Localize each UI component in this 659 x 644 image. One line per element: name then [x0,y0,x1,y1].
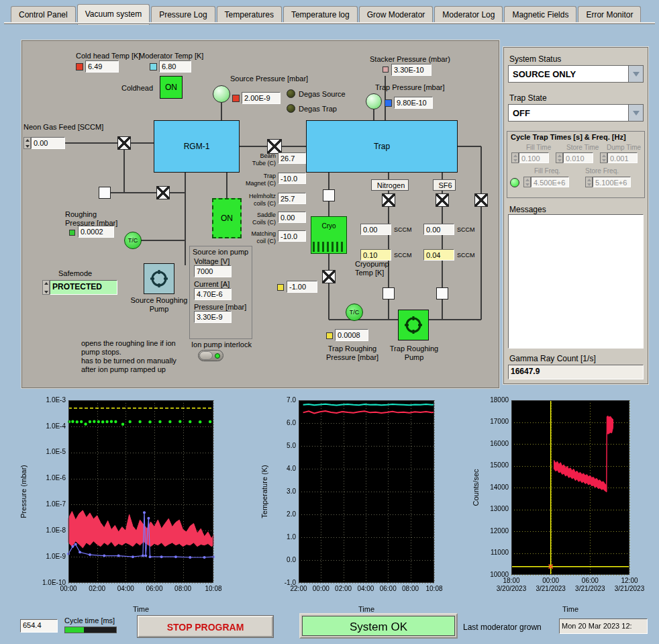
spinner-arrows-icon[interactable] [42,280,50,295]
status-panel: System Status SOURCE ONLY Trap State OFF… [503,47,648,384]
sf6-setpoint-input[interactable]: 0.04 [423,249,454,261]
ion-pump-pressure-value: 3.30E-9 [194,311,232,323]
fill-freq-value[interactable]: 4.500E+6 [531,177,569,187]
fill-time-label: Fill Time [526,144,551,152]
messages-label: Messages [509,205,546,214]
sf6-flow-value: 0.00 [423,224,454,235]
cycle-time-bar [64,627,117,633]
safemode-control[interactable]: PROTECTED [42,280,117,295]
neon-feed-spinner[interactable]: 0.00 [23,137,65,149]
counts-chart [470,394,652,615]
gamma-count-label: Gamma Ray Count [1/s] [509,354,596,363]
tab-bar: Control Panel Vacuum system Pressure Log… [0,4,659,24]
ion-pump-on-button[interactable]: ON [212,198,242,238]
degas-trap-led[interactable] [287,104,295,113]
trap-state-value[interactable]: OFF [509,105,628,121]
cycle-led [510,178,519,187]
matching-coil-label: Matching coil (C) [238,230,276,244]
system-ok-indicator: System OK [302,616,455,636]
dump-time-value[interactable]: 0.001 [607,152,638,163]
dropdown-arrow-icon[interactable] [628,66,643,82]
neon-feed-label: Neon Gas Feed [SCCM] [23,123,103,132]
roughing-pressure-indicator [69,230,75,236]
trap-roughing-pressure-label: Trap Roughing Pressure [mbar] [315,344,390,362]
sf6-valve[interactable] [436,193,449,207]
system-status-frame: System OK [299,613,458,639]
nitrogen-flow-value: 0.00 [360,224,391,235]
system-status-dropdown[interactable]: SOURCE ONLY [508,65,644,83]
tab-moderator-log[interactable]: Moderator Log [434,6,503,24]
safemode-value[interactable]: PROTECTED [50,280,117,295]
temperature-chart [258,394,454,615]
rgm1-roughing-valve[interactable] [156,186,170,199]
nitrogen-valve[interactable] [382,193,395,207]
store-freq-spinner[interactable]: 5.100E+6 [585,177,631,187]
tab-pressure-log[interactable]: Pressure Log [151,6,215,24]
nitrogen-flow-unit: SCCM [394,226,412,234]
tab-error-monitor[interactable]: Error Monitor [578,6,641,24]
cryo-fins-icon [313,242,345,252]
trap-roughing-pressure-value: 0.0008 [335,329,368,341]
beamline-valve[interactable] [267,139,282,154]
last-moderator-value: Mon 20 Mar 2023 12: [559,618,648,634]
trap-roughing-pump-label: Trap Roughing Pump [383,344,445,362]
spinner-arrows-icon[interactable] [511,152,519,163]
store-time-label: Store Time [566,144,599,152]
trap-magnet-value: -10.0 [278,173,306,184]
nitrogen-roughing-valve[interactable] [383,287,395,300]
tab-grow-moderator[interactable]: Grow Moderator [359,6,434,24]
tab-temperature-log[interactable]: Temperature log [283,6,358,24]
neon-valve[interactable] [117,136,131,150]
source-pressure-led [213,85,230,103]
store-freq-value[interactable]: 5.100E+6 [593,177,631,187]
ion-pump-current-value: 4.70E-6 [194,288,232,300]
cycle-trap-group: Cycle Trap Times [s] & Freq. [Hz] Fill T… [507,131,645,198]
cold-head-temp-label: Cold head Temp [K] [76,52,140,60]
trap-roughing-indicator [326,332,333,339]
cryo-inlet-valve[interactable] [323,189,335,201]
fill-time-value[interactable]: 0.100 [519,152,549,163]
safemode-label: Safemode [58,269,92,278]
spinner-arrows-icon[interactable] [600,152,607,163]
source-pressure-value: 2.00E-9 [242,92,281,104]
fill-time-spinner[interactable]: 0.100 [511,152,549,163]
trap-state-dropdown[interactable]: OFF [508,104,644,122]
gamma-count-value: 16647.9 [508,365,644,379]
trap-state-label: Trap State [509,93,547,103]
fill-freq-spinner[interactable]: 4.500E+6 [523,177,569,187]
trap-pressure-led [366,93,382,109]
dropdown-arrow-icon[interactable] [628,105,643,121]
system-status-value[interactable]: SOURCE ONLY [509,66,628,82]
neon-feed-value[interactable]: 0.00 [31,137,65,149]
sf6-roughing-valve[interactable] [436,287,448,300]
nitrogen-setpoint-input[interactable]: 0.10 [360,249,391,261]
degas-source-led[interactable] [287,89,295,98]
tab-magnetic-fields[interactable]: Magnetic Fields [504,6,576,24]
store-time-spinner[interactable]: 0.010 [556,152,593,163]
roughing-line-valve[interactable] [99,187,111,199]
spinner-arrows-icon[interactable] [23,137,31,149]
coldhead-on-button[interactable]: ON [160,76,183,99]
pressure-chart [17,394,240,615]
tab-control-panel[interactable]: Control Panel [11,6,76,24]
store-time-value[interactable]: 0.010 [563,152,593,163]
tab-temperatures[interactable]: Temperatures [217,6,282,24]
stop-program-button[interactable]: STOP PROGRAM [138,616,273,637]
fill-freq-label: Fill Freq. [534,167,560,175]
stacker-indicator [383,66,389,73]
coldhead-label: Coldhead [121,84,153,93]
cryopump-temp-indicator [277,284,284,291]
degas-source-label: Degas Source [299,90,346,99]
spinner-arrows-icon[interactable] [585,177,593,187]
vacuum-schematic-panel: Cold head Temp [K] 6.49 Moderator Temp [… [21,40,499,388]
spinner-arrows-icon[interactable] [556,152,563,163]
spinner-arrows-icon[interactable] [523,177,531,187]
dump-time-spinner[interactable]: 0.001 [600,152,638,163]
helmholtz-label: Helmholtz coils (C) [238,193,276,207]
messages-box [508,214,644,349]
cycle-time-value: 654.4 [20,619,58,633]
source-roughing-pump-label: Source Roughing Pump [120,296,198,314]
trap-outlet-valve[interactable] [474,193,488,207]
cryo-roughing-valve[interactable] [322,270,336,283]
pump-icon [403,315,423,335]
